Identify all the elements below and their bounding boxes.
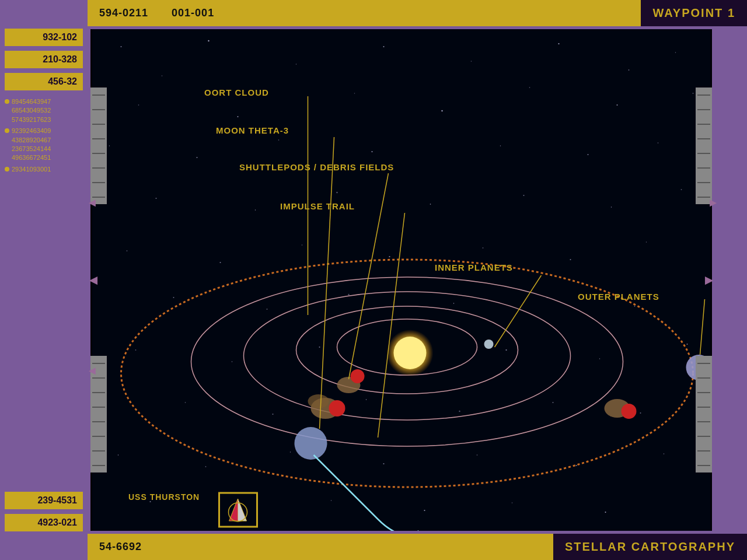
- svg-point-37: [646, 242, 647, 242]
- star-sun-core: [394, 337, 427, 369]
- footer-title: STELLAR CARTOGRAPHY: [553, 534, 747, 560]
- nav-arrow-left-bottom[interactable]: ◄: [86, 364, 98, 377]
- top-bar: 594-0211 001-001 WAYPOINT 1: [0, 0, 747, 26]
- svg-point-19: [278, 139, 280, 141]
- nav-arrow-right-top[interactable]: ►: [707, 196, 719, 209]
- planet-red-3: [622, 404, 637, 419]
- svg-point-41: [453, 303, 454, 303]
- uss-thurston-label: USS THURSTON: [128, 492, 200, 502]
- svg-rect-0: [92, 29, 711, 531]
- dot-3: [5, 167, 9, 172]
- svg-point-12: [354, 93, 355, 93]
- inner-planet: [484, 340, 494, 349]
- svg-point-43: [634, 306, 636, 307]
- svg-point-29: [611, 206, 612, 207]
- sidebar-box-4923[interactable]: 4923-021: [5, 514, 83, 531]
- svg-point-40: [348, 294, 349, 295]
- svg-point-53: [366, 399, 366, 400]
- svg-point-44: [135, 349, 137, 351]
- nav-arrow-left-top[interactable]: ◄: [86, 196, 98, 209]
- svg-point-52: [273, 414, 274, 415]
- inner-planets-label: INNER PLANETS: [435, 262, 513, 272]
- svg-point-51: [185, 402, 186, 403]
- svg-point-4: [296, 64, 296, 64]
- bottom-bar-left-spacer: [0, 534, 88, 560]
- right-nav-panel-top: [696, 88, 712, 204]
- svg-point-69: [605, 512, 606, 513]
- top-bar-center: 594-0211 001-001: [88, 7, 641, 19]
- svg-point-10: [138, 104, 139, 106]
- left-nav-panel-top: [90, 88, 107, 204]
- svg-point-46: [319, 346, 320, 348]
- svg-point-5: [383, 46, 385, 47]
- svg-point-31: [127, 250, 128, 251]
- main-display: OORT CLOUD MOON THETA-3 SHUTTLEPODS / DE…: [90, 29, 712, 531]
- svg-point-21: [500, 145, 501, 146]
- svg-point-33: [302, 244, 302, 245]
- nav-arrow-right-center[interactable]: ►: [702, 272, 716, 288]
- svg-point-62: [576, 465, 577, 466]
- svg-point-38: [173, 297, 174, 298]
- data-group-1: 894546439476854304953257439217623: [5, 97, 83, 124]
- svg-point-48: [505, 349, 507, 351]
- outer-planets-label: OUTER PLANETS: [578, 292, 659, 302]
- numbers-group-3: 29341093001: [12, 165, 51, 174]
- sidebar-box-239[interactable]: 239-4531: [5, 492, 83, 509]
- svg-point-32: [220, 262, 221, 263]
- oort-cloud-label: OORT CLOUD: [204, 88, 269, 97]
- svg-point-23: [658, 142, 659, 144]
- left-sidebar: 932-102 210-328 456-32 89454643947685430…: [0, 26, 88, 534]
- outer-frame: 594-0211 001-001 WAYPOINT 1 54-6692 STEL…: [0, 0, 747, 560]
- svg-point-18: [197, 157, 198, 158]
- svg-point-2: [162, 75, 163, 76]
- svg-point-1: [121, 46, 122, 47]
- svg-point-15: [617, 104, 618, 106]
- svg-point-35: [483, 247, 484, 249]
- dot-1: [5, 99, 9, 104]
- svg-point-24: [156, 198, 157, 199]
- svg-point-67: [424, 510, 425, 511]
- svg-point-56: [640, 412, 641, 414]
- svg-point-14: [529, 87, 530, 88]
- top-bar-left-spacer: [0, 0, 88, 26]
- nav-arrow-left-center[interactable]: ◄: [86, 272, 100, 288]
- svg-point-36: [570, 259, 571, 260]
- svg-point-7: [558, 43, 559, 44]
- svg-point-25: [255, 209, 256, 210]
- right-sidebar: [712, 26, 747, 534]
- svg-point-17: [109, 145, 110, 146]
- planet-red-2: [351, 369, 365, 383]
- svg-point-11: [238, 116, 239, 117]
- svg-point-9: [675, 52, 676, 52]
- moon-theta-label: MOON THETA-3: [216, 125, 289, 135]
- svg-point-39: [267, 309, 268, 310]
- svg-point-27: [430, 204, 431, 205]
- right-nav-panel-bottom: [696, 356, 712, 473]
- sidebar-box-456[interactable]: 456-32: [5, 73, 83, 90]
- numbers-group-2: 9239246340943828920467236735241444963667…: [12, 127, 51, 163]
- svg-point-61: [477, 454, 478, 456]
- svg-point-20: [371, 151, 372, 152]
- svg-point-55: [553, 402, 554, 403]
- bottom-bar: 54-6692 STELLAR CARTOGRAPHY: [0, 534, 747, 560]
- svg-point-16: [693, 93, 694, 94]
- starmap-svg: [90, 29, 712, 531]
- svg-point-26: [336, 192, 337, 193]
- svg-point-3: [208, 40, 209, 41]
- header-waypoint: WAYPOINT 1: [641, 0, 747, 26]
- header-code1: 594-0211: [99, 7, 148, 19]
- data-group-3: 29341093001: [5, 165, 83, 174]
- impulse-trail-label: IMPULSE TRAIL: [280, 201, 355, 211]
- svg-point-34: [389, 256, 390, 257]
- svg-point-58: [205, 466, 207, 467]
- header-code2: 001-001: [172, 7, 214, 19]
- sidebar-data-section: 894546439476854304953257439217623 923924…: [0, 93, 88, 489]
- svg-point-68: [512, 502, 513, 503]
- svg-point-49: [599, 358, 600, 359]
- svg-point-45: [232, 361, 232, 362]
- asteroid-1b: [308, 394, 329, 408]
- sidebar-box-210[interactable]: 210-328: [5, 51, 83, 68]
- svg-point-63: [664, 453, 664, 454]
- svg-point-28: [523, 195, 525, 196]
- sidebar-box-932[interactable]: 932-102: [5, 29, 83, 46]
